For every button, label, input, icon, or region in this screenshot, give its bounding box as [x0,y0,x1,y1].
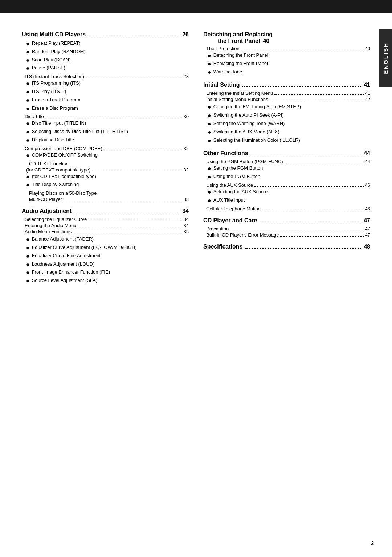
item-text: ITS Play (ITS-P) [32,88,66,95]
list-item: ● Balance Adjustment (FADER) [22,236,189,243]
section-page-initial-setting: 41 [364,82,370,88]
list-item: ● AUX Title Input [203,197,370,205]
section-title-front-panel-line2: the Front Panel [203,38,260,44]
toc-text: Built-in CD Player's Error Message [206,232,279,238]
item-text: Equalizer Curve Fine Adjustment [32,253,101,259]
toc-text: Multi-CD Player [29,197,62,202]
section-other-functions: Other Functions 44 Using the PGM Button … [203,150,370,211]
list-item: ● Random Play (RANDOM) [22,48,189,56]
side-tab: ENGLISH [379,29,392,87]
section-audio-adj: Audio Adjustment 34 Selecting the Equali… [22,208,189,285]
section-initial-setting: Initial Setting 41 Entering the Initial … [203,82,370,144]
toc-entry: Selecting the Equalizer Curve 34 [22,217,189,222]
toc-text: Initial Setting Menu Functions [206,97,268,102]
right-column: Detaching and Replacing the Front Panel … [203,31,370,288]
list-item: ● Setting the Warning Tone (WARN) [203,120,370,128]
item-text: AUX Title Input [213,197,245,203]
item-text: Selecting Discs by Disc Title List (TITL… [32,128,128,135]
toc-text: Precaution [206,226,229,231]
item-text: COMP/DBE ON/OFF Switching [32,152,98,158]
toc-entry: Multi-CD Player 33 [22,197,189,202]
toc-entry: Entering the Initial Setting Menu 41 [203,90,370,96]
item-text: Disc Title Input (TITLE IN) [32,120,86,126]
list-item: ● Switching the AUX Mode (AUX) [203,129,370,136]
list-item: ● Warning Tone [203,69,370,76]
section-page-specifications: 48 [364,243,370,250]
section-front-panel: Detaching and Replacing the Front Panel … [203,31,370,76]
list-item: ● Pause (PAUSE) [22,65,189,72]
list-item: ● Title Display Switching [22,181,189,189]
item-text: Replacing the Front Panel [213,60,268,67]
item-text: Erase a Track Program [32,97,81,103]
section-title-front-panel-line1: Detaching and Replacing [203,31,370,38]
item-text: Scan Play (SCAN) [32,57,71,63]
toc-text: (for CD TEXT compatible type) [26,167,90,173]
toc-entry: ITS (Instant Track Selection) 28 [22,74,189,79]
list-item: ● Equalizer Curve Adjustment (EQ-LOW/MID… [22,244,189,252]
section-header-initial-setting: Initial Setting 41 [203,82,370,88]
left-column: Using Multi-CD Players 26 ● Repeat Play … [22,31,189,288]
toc-entry: Using the AUX Source 46 [203,182,370,188]
list-item: ● (for CD TEXT compatible type) [22,173,189,181]
toc-text: Compression and DBE (COMP/DBE) [25,146,102,151]
section-multi-cd: Using Multi-CD Players 26 ● Repeat Play … [22,31,189,202]
list-item: ● Disc Title Input (TITLE IN) [22,120,189,128]
section-header-multi-cd: Using Multi-CD Players 26 [22,31,189,38]
item-text: Balance Adjustment (FADER) [32,236,94,242]
toc-text: Entering the Audio Menu [25,223,76,228]
toc-page: 40 [365,46,370,51]
toc-page: 28 [184,74,189,79]
side-tab-text: ENGLISH [383,42,389,74]
toc-page: 47 [365,226,370,231]
section-specifications: Specifications 48 [203,243,370,250]
toc-page: 32 [184,167,189,173]
section-header-cd-player-care: CD Player and Care 47 [203,217,370,224]
toc-plain-50disc: Playing Discs on a 50-Disc Type [22,190,189,196]
toc-page: 30 [184,114,189,119]
top-bar [0,0,392,13]
list-item: ● COMP/DBE ON/OFF Switching [22,152,189,160]
item-text: Selecting the Illumination Color (ILL.CL… [213,137,300,144]
item-text: Source Level Adjustment (SLA) [32,277,98,284]
toc-entry: Initial Setting Menu Functions 42 [203,97,370,102]
section-header-specifications: Specifications 48 [203,243,370,250]
item-text: Changing the FM Tuning Step (FM STEP) [213,104,301,110]
toc-page: 34 [184,223,189,228]
section-title-cd-player-care: CD Player and Care [203,217,257,224]
toc-entry: (for CD TEXT compatible type) 32 [22,167,189,173]
item-text: Switching the AUX Mode (AUX) [213,129,279,135]
item-text: Warning Tone [213,69,242,75]
item-text: Equalizer Curve Adjustment (EQ-LOW/MID/H… [32,244,137,251]
list-item: ● Loudness Adjustment (LOUD) [22,261,189,269]
list-item: ● Erase a Disc Program [22,105,189,113]
toc-page: 42 [365,97,370,102]
toc-text: Using the AUX Source [206,182,253,188]
list-item: ● ITS Play (ITS-P) [22,88,189,96]
item-text: Detaching the Front Panel [213,52,268,58]
list-item: ● Switching the Auto PI Seek (A-PI) [203,112,370,120]
item-text: (for CD TEXT compatible type) [32,173,96,180]
item-text: Switching the Auto PI Seek (A-PI) [213,112,284,118]
section-cd-player-care: CD Player and Care 47 Precaution 47 Buil… [203,217,370,238]
item-text: Selecting the AUX Source [213,189,268,195]
toc-page: 46 [365,206,370,211]
section-header-other-functions: Other Functions 44 [203,150,370,157]
list-item: ● Front Image Enhancer Function (FIE) [22,269,189,277]
toc-page: 34 [184,217,189,222]
item-text: Setting the Warning Tone (WARN) [213,120,285,127]
item-text: Setting the PGM Button [213,165,263,171]
toc-entry: Built-in CD Player's Error Message 47 [203,232,370,238]
list-item: ● Detaching the Front Panel [203,52,370,60]
list-item: ● Setting the PGM Button [203,165,370,173]
toc-entry: Entering the Audio Menu 34 [22,223,189,228]
list-item: ● Scan Play (SCAN) [22,57,189,64]
section-header-audio-adj: Audio Adjustment 34 [22,208,189,214]
item-text: Random Play (RANDOM) [32,48,86,55]
toc-entry: Audio Menu Functions 35 [22,229,189,234]
toc-page: 46 [365,182,370,188]
toc-page: 47 [365,232,370,238]
list-item: ● Selecting the Illumination Color (ILL.… [203,137,370,145]
list-item: ● Using the PGM Button [203,173,370,181]
toc-text: Entering the Initial Setting Menu [206,90,273,96]
toc-page: 44 [365,159,370,164]
